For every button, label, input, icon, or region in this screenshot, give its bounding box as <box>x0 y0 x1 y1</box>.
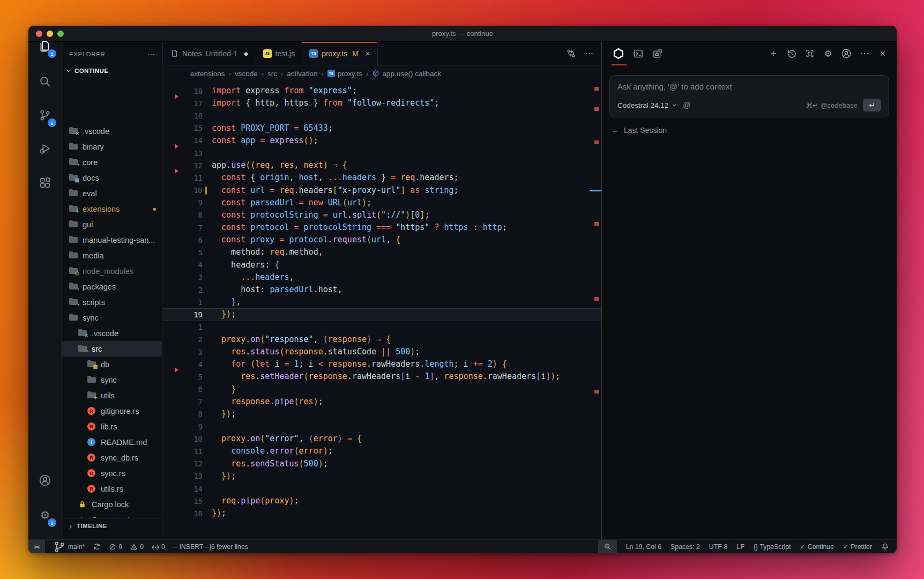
timeline-section[interactable]: TIMELINE <box>62 518 162 539</box>
tree-item-media[interactable]: media <box>62 248 162 263</box>
activity-source-control[interactable]: 5 <box>28 102 62 128</box>
model-selector[interactable]: Codestral 24.12 <box>617 101 677 109</box>
tree-item-db[interactable]: ▤db <box>62 357 162 372</box>
tree-item-sync[interactable]: sync <box>62 372 162 388</box>
panel-account-button[interactable] <box>841 47 852 60</box>
tree-item-utils[interactable]: ✦utils <box>62 388 162 403</box>
tree-item-scripts[interactable]: ▪scripts <box>62 294 162 310</box>
tree-item-sync.rs[interactable]: Rsync.rs <box>62 465 162 481</box>
tree-item-lib.rs[interactable]: Rlib.rs <box>62 419 162 434</box>
code-line[interactable]: 12app.use((req, res, next) ⇒ { <box>162 159 601 172</box>
code-line[interactable]: 14const app = express(); <box>162 135 601 147</box>
overview-ruler[interactable] <box>593 81 601 539</box>
code-line[interactable]: 3 res.status(response.statusCode || 500)… <box>162 346 601 358</box>
chat-input-box[interactable]: Ask anything, '@' to add context Codestr… <box>609 75 889 117</box>
code-line[interactable]: 8 }); <box>162 408 601 420</box>
status-zoom[interactable] <box>598 540 617 554</box>
tab-test.js[interactable]: JStest.js <box>256 42 303 65</box>
status-remote[interactable]: >< <box>28 540 45 554</box>
code-line[interactable]: 6 } <box>162 383 601 396</box>
code-line[interactable]: 7 const protocol = protocolString === "h… <box>162 221 601 234</box>
code-line[interactable]: 5 method: req.method, <box>162 246 601 258</box>
status-prettier-status[interactable]: ✓Prettier <box>843 543 872 551</box>
code-line[interactable]: 1 <box>162 321 601 333</box>
code-line[interactable]: 15const PROXY_PORT = 65433; <box>162 122 601 135</box>
breadcrumb-item[interactable]: src <box>267 70 277 78</box>
code-area[interactable]: 18import express from "express";17import… <box>162 81 601 539</box>
code-line[interactable]: 18import express from "express"; <box>162 85 601 97</box>
activity-account[interactable] <box>28 467 62 493</box>
tree-item-.vscode[interactable]: ✕.vscode <box>62 325 162 341</box>
code-line[interactable]: 15 req.pipe(proxy); <box>162 495 601 507</box>
compare-changes-button[interactable] <box>566 48 576 58</box>
code-line[interactable]: 17import { http, https } from "follow-re… <box>162 97 601 109</box>
code-line[interactable]: 10 const url = req.headers["x-proxy-url"… <box>162 184 601 197</box>
activity-settings[interactable]: ⚙1 <box>28 502 62 528</box>
code-line-current[interactable]: 19 }); <box>162 308 601 321</box>
code-line[interactable]: 8 const protocolString = url.split("://"… <box>162 209 601 221</box>
last-session-link[interactable]: ← Last Session <box>602 117 897 135</box>
tree-item-utils.rs[interactable]: Rutils.rs <box>62 481 162 496</box>
code-line[interactable]: 10 proxy.on("error", (error) ⇒ { <box>162 433 601 445</box>
code-line[interactable]: 4 headers: { <box>162 259 601 271</box>
tree-item-manual-testing-san...[interactable]: manual-testing-san... <box>62 232 162 248</box>
tree-item-readme.md[interactable]: iREADME.md <box>62 434 162 450</box>
tree-item-cargo.lock[interactable]: Cargo.lock <box>62 496 162 512</box>
code-line[interactable]: 11 console.error(error); <box>162 445 601 457</box>
tree-item-cargo.toml[interactable]: ⚙Cargo.toml <box>62 512 162 518</box>
explorer-more-actions-icon[interactable]: ⋯ <box>147 50 155 58</box>
activity-extensions[interactable] <box>28 170 62 196</box>
status-notifications[interactable] <box>881 543 889 551</box>
status-vim-mode[interactable]: -- INSERT --|6 fewer lines <box>173 543 248 551</box>
status-encoding[interactable]: UTF-8 <box>709 543 728 551</box>
status-cursor-position[interactable]: Ln 19, Col 6 <box>626 543 661 551</box>
breadcrumb-item[interactable]: extensions <box>190 70 225 78</box>
tree-item-node-modules[interactable]: ⬡node_modules <box>62 263 162 279</box>
status-eol[interactable]: LF <box>737 543 744 551</box>
code-line[interactable]: 14 <box>162 482 601 495</box>
status-warnings[interactable]: 0 <box>130 543 144 551</box>
panel-tab-terminal[interactable] <box>633 42 644 65</box>
status-indentation[interactable]: Spaces: 2 <box>670 543 700 551</box>
code-line[interactable]: 9 const parsedUrl = new URL(url); <box>162 197 601 209</box>
status-sync[interactable] <box>93 543 101 551</box>
tab-proxy.ts[interactable]: TSproxy.tsM× <box>302 42 377 65</box>
activity-search[interactable] <box>28 69 62 94</box>
breadcrumb-item[interactable]: app.use() callback <box>372 70 441 78</box>
breadcrumb-item[interactable]: activation <box>287 70 317 78</box>
code-line[interactable]: 2 host: parsedUrl.host, <box>162 284 601 296</box>
code-line[interactable]: 11 const { origin, host, ...headers } = … <box>162 172 601 184</box>
tree-item-gitignore.rs[interactable]: Rgitignore.rs <box>62 403 162 419</box>
tree-item-gui[interactable]: gui <box>62 217 162 232</box>
panel-fullscreen-button[interactable] <box>804 49 815 58</box>
code-line[interactable]: 13 <box>162 147 601 159</box>
submit-button[interactable]: ↵ <box>863 99 881 112</box>
panel-history-button[interactable] <box>786 49 797 59</box>
panel-new-session-button[interactable]: + <box>768 48 779 60</box>
tree-item-eval[interactable]: eval <box>62 185 162 201</box>
panel-close-button[interactable]: × <box>877 48 888 60</box>
code-line[interactable]: 9 <box>162 420 601 433</box>
panel-more-button[interactable]: ⋯ <box>859 48 870 60</box>
status-continue-status[interactable]: ✓Continue <box>800 543 834 551</box>
tree-item-docs[interactable]: ▤docs <box>62 170 162 185</box>
code-line[interactable]: 2 proxy.on("response", (response) ⇒ { <box>162 333 601 346</box>
code-line[interactable]: 5 res.setHeader(response.rawHeaders[i - … <box>162 370 601 383</box>
more-actions-button[interactable]: ⋯ <box>585 48 594 58</box>
status-git-branch[interactable]: main* <box>53 540 85 553</box>
close-tab-icon[interactable]: × <box>366 49 370 58</box>
code-line[interactable]: 6 const proxy = protocol.request(url, { <box>162 234 601 246</box>
tree-item-src[interactable]: ‹›src <box>62 341 162 357</box>
breadcrumb-item[interactable]: vscode <box>235 70 258 78</box>
activity-explorer[interactable]: 1 <box>28 33 62 59</box>
tree-item-binary[interactable]: binary <box>62 139 162 154</box>
chat-input-placeholder[interactable]: Ask anything, '@' to add context <box>617 82 881 91</box>
code-line[interactable]: 16 <box>162 109 601 122</box>
code-line[interactable]: 3 ...headers, <box>162 271 601 284</box>
code-line[interactable]: 12 res.sendStatus(500); <box>162 458 601 470</box>
tree-item-sync[interactable]: sync <box>62 310 162 325</box>
code-line[interactable]: 1 }, <box>162 296 601 308</box>
code-line[interactable]: 7 response.pipe(res); <box>162 396 601 408</box>
panel-settings-button[interactable]: ⚙ <box>823 48 833 60</box>
tree-item-sync-db.rs[interactable]: Rsync_db.rs <box>62 450 162 465</box>
